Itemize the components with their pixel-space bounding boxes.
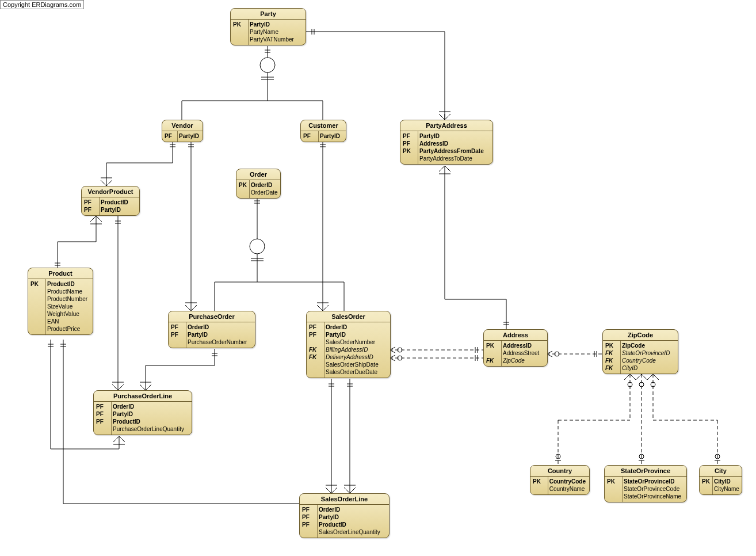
- attribute-row: PKOrderID: [236, 180, 281, 189]
- svg-line-118: [445, 166, 450, 172]
- attribute-key: PK: [231, 20, 249, 28]
- attribute-row: FKCountryCode: [603, 357, 678, 364]
- attribute-name: PurchaseOrderLineQuantity: [112, 425, 192, 435]
- svg-point-104: [398, 348, 402, 352]
- attribute-row: FKStateOrProvinceID: [603, 349, 678, 357]
- attribute-key: [231, 28, 249, 36]
- attribute-row: FKBillingAddressID: [307, 346, 390, 353]
- entity-customer: Customer PFPartyID: [300, 120, 346, 142]
- attribute-row: SizeValue: [28, 303, 93, 310]
- svg-point-143: [651, 382, 655, 387]
- attribute-key: FK: [603, 349, 621, 357]
- entity-salesorder: SalesOrder PFOrderIDPFPartyIDSalesOrderN…: [306, 311, 391, 378]
- attribute-row: OrderDate: [236, 189, 281, 198]
- attribute-row: ProductName: [28, 288, 93, 295]
- attribute-name: ProductID: [100, 197, 140, 206]
- svg-line-86: [146, 384, 151, 390]
- attribute-name: PartyName: [249, 28, 306, 36]
- attribute-name: SizeValue: [46, 303, 93, 310]
- attribute-name: SalesOrderNumber: [324, 338, 391, 346]
- attribute-row: PartyName: [231, 28, 306, 36]
- attribute-name: PartyID: [249, 20, 306, 28]
- svg-point-3: [260, 58, 275, 73]
- attribute-row: CountryName: [530, 485, 589, 494]
- attribute-row: PFOrderID: [169, 322, 255, 331]
- entity-zipcode: ZipCode PKZipCodeFKStateOrProvinceIDFKCo…: [602, 329, 678, 374]
- svg-line-127: [624, 374, 630, 380]
- attribute-key: PF: [307, 322, 324, 331]
- attribute-row: PFPartyID: [82, 206, 139, 215]
- attribute-name: PartyID: [100, 206, 140, 215]
- attribute-row: PKCountryCode: [530, 477, 589, 485]
- attribute-key: [484, 349, 502, 357]
- attribute-name: CityID: [621, 364, 678, 374]
- svg-line-24: [101, 180, 106, 186]
- attribute-row: SalesOrderShipDate: [307, 361, 390, 368]
- attribute-name: OrderID: [186, 322, 255, 331]
- attribute-row: PFProductID: [94, 418, 192, 425]
- attribute-name: StateOrProvinceID: [621, 349, 678, 357]
- attribute-key: [307, 361, 324, 368]
- attribute-name: AddressID: [502, 341, 548, 349]
- attribute-name: EAN: [46, 318, 93, 325]
- attribute-key: FK: [307, 353, 324, 361]
- svg-line-16: [445, 114, 450, 120]
- attribute-row: StateOrProvinceName: [605, 493, 686, 502]
- attribute-key: [605, 493, 623, 502]
- svg-line-30: [185, 305, 191, 311]
- attribute-key: [236, 189, 249, 198]
- attribute-name: ProductID: [318, 521, 390, 528]
- attribute-key: [605, 485, 623, 493]
- attribute-name: PartyID: [324, 331, 391, 338]
- attribute-key: [94, 425, 112, 435]
- attribute-name: PartyID: [177, 131, 203, 142]
- entity-partyaddress: PartyAddress PFPartyIDPFAddressIDPKParty…: [400, 120, 493, 165]
- attribute-row: StateOrProvinceCode: [605, 485, 686, 493]
- attribute-name: ProductID: [112, 418, 192, 425]
- attribute-key: PF: [300, 521, 318, 528]
- attribute-row: ProductPrice: [28, 325, 93, 334]
- svg-line-63: [113, 436, 119, 442]
- attribute-name: AddressStreet: [502, 349, 548, 357]
- attribute-name: OrderDate: [249, 189, 281, 198]
- attribute-row: SalesOrderDueDate: [307, 368, 390, 378]
- attribute-row: SalesOrderLineQuantity: [300, 528, 389, 538]
- attribute-key: PK: [484, 341, 502, 349]
- attribute-name: ProductName: [46, 288, 93, 295]
- attribute-row: SalesOrderNumber: [307, 338, 390, 346]
- svg-line-128: [630, 374, 636, 380]
- svg-line-85: [140, 384, 146, 390]
- attribute-key: PF: [82, 206, 100, 215]
- attribute-key: [307, 368, 324, 378]
- entity-title: Product: [28, 268, 93, 279]
- entity-party: Party PKPartyIDPartyNamePartyVATNumber: [230, 8, 306, 45]
- entity-title: Party: [231, 9, 306, 20]
- attribute-name: PartyID: [418, 131, 493, 140]
- attribute-row: PFProductID: [300, 521, 389, 528]
- attribute-key: [169, 338, 186, 348]
- attribute-key: [28, 325, 46, 334]
- attribute-row: PFPartyID: [307, 331, 390, 338]
- attribute-name: CityName: [712, 485, 742, 494]
- svg-line-64: [119, 436, 125, 442]
- entity-purchaseorderline: PurchaseOrderLine PFOrderIDPFPartyIDPFPr…: [93, 390, 192, 435]
- attribute-key: FK: [603, 364, 621, 374]
- svg-line-55: [90, 216, 96, 222]
- attribute-name: PartyAddressFromDate: [418, 147, 493, 155]
- entity-title: PurchaseOrder: [169, 311, 255, 322]
- svg-line-25: [106, 180, 112, 186]
- attribute-row: PartyAddressToDate: [400, 155, 492, 164]
- svg-point-133: [556, 454, 560, 459]
- svg-line-136: [642, 374, 647, 380]
- svg-line-37: [323, 305, 329, 311]
- attribute-row: PKPartyAddressFromDate: [400, 147, 492, 155]
- attribute-row: PKAddressID: [484, 341, 547, 349]
- svg-line-97: [326, 488, 331, 493]
- attribute-key: [530, 485, 548, 494]
- attribute-name: DeliveryAddressID: [324, 353, 391, 361]
- attribute-key: [28, 318, 46, 325]
- attribute-name: PartyID: [186, 331, 255, 338]
- attribute-row: PFPartyID: [94, 410, 192, 418]
- entity-title: SalesOrderLine: [300, 494, 389, 505]
- entity-city: City PKCityIDCityName: [699, 465, 742, 495]
